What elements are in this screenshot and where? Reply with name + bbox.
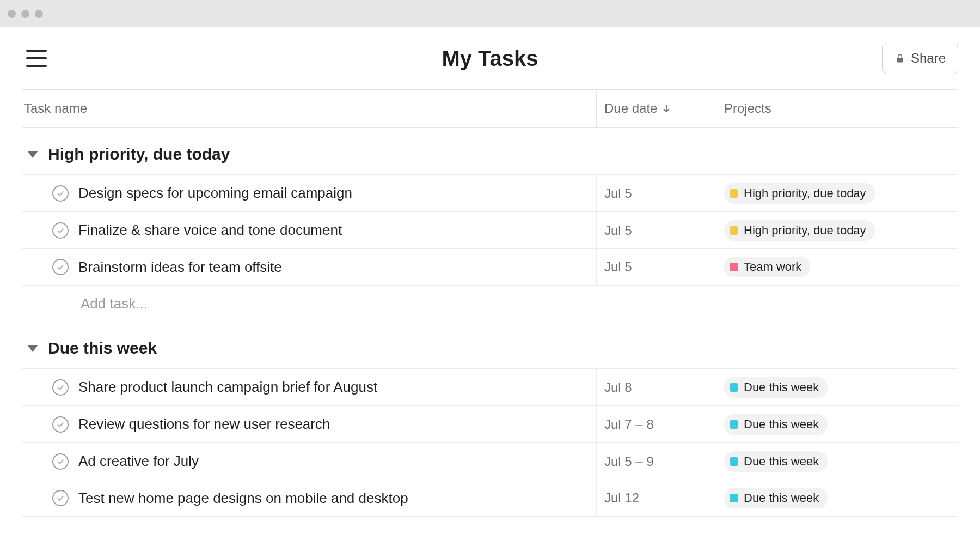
task-row[interactable]: Test new home page designs on mobile and…	[22, 480, 958, 517]
task-due-date: Jul 5 – 9	[604, 454, 654, 469]
section-header[interactable]: High priority, due today	[22, 128, 958, 174]
task-due-cell[interactable]: Jul 8	[596, 369, 716, 405]
task-name: Brainstorm ideas for team offsite	[78, 259, 282, 276]
task-due-date: Jul 8	[604, 380, 632, 395]
task-name-cell[interactable]: Test new home page designs on mobile and…	[22, 480, 596, 516]
task-row[interactable]: Finalize & share voice and tone document…	[22, 211, 958, 248]
project-color-dot	[730, 189, 738, 198]
column-headers: Task name Due date Projects	[22, 89, 958, 128]
project-pill[interactable]: Team work	[724, 257, 810, 277]
window-minimize-button[interactable]	[21, 10, 29, 18]
task-due-cell[interactable]: Jul 5	[596, 212, 716, 248]
task-name: Ad creative for July	[78, 453, 199, 470]
section-title: Due this week	[48, 339, 157, 357]
task-row-spacer	[904, 443, 958, 480]
task-name: Share product launch campaign brief for …	[78, 379, 377, 396]
task-name: Finalize & share voice and tone document	[78, 222, 342, 239]
task-due-date: Jul 7 – 8	[604, 417, 654, 432]
window-titlebar	[0, 0, 980, 27]
project-pill[interactable]: Due this week	[724, 451, 828, 472]
task-name-cell[interactable]: Review questions for new user research	[22, 406, 596, 442]
complete-checkbox[interactable]	[52, 379, 69, 396]
section-header[interactable]: Due this week	[22, 322, 958, 368]
complete-checkbox[interactable]	[52, 416, 69, 433]
task-row[interactable]: Design specs for upcoming email campaign…	[22, 174, 958, 211]
task-project-cell[interactable]: Team work	[716, 249, 904, 285]
project-label: Due this week	[744, 491, 819, 505]
complete-checkbox[interactable]	[52, 185, 69, 202]
chevron-down-icon[interactable]	[27, 151, 38, 158]
task-due-cell[interactable]: Jul 5	[596, 175, 716, 211]
project-color-dot	[730, 457, 738, 466]
lock-icon	[895, 52, 905, 64]
add-task-input[interactable]: Add task...	[22, 286, 958, 322]
project-pill[interactable]: Due this week	[724, 414, 828, 435]
task-due-cell[interactable]: Jul 12	[596, 480, 716, 516]
sort-descending-icon	[661, 104, 671, 113]
complete-checkbox[interactable]	[52, 453, 69, 470]
task-row-spacer	[904, 175, 958, 211]
task-project-cell[interactable]: Due this week	[716, 480, 904, 516]
task-row[interactable]: Ad creative for JulyJul 5 – 9Due this we…	[22, 442, 958, 480]
column-header-due-date[interactable]: Due date	[596, 90, 716, 127]
task-row[interactable]: Brainstorm ideas for team offsiteJul 5Te…	[22, 248, 958, 286]
project-pill[interactable]: Due this week	[724, 377, 828, 398]
chevron-down-icon[interactable]	[27, 345, 38, 352]
task-project-cell[interactable]: High priority, due today	[716, 212, 904, 248]
project-color-dot	[730, 383, 738, 392]
task-project-cell[interactable]: Due this week	[716, 369, 904, 405]
task-row-spacer	[904, 212, 958, 248]
task-name-cell[interactable]: Finalize & share voice and tone document	[22, 212, 596, 248]
share-button[interactable]: Share	[882, 43, 958, 74]
task-due-date: Jul 12	[604, 490, 639, 506]
window-close-button[interactable]	[8, 10, 16, 18]
project-label: High priority, due today	[744, 186, 866, 201]
task-name-cell[interactable]: Brainstorm ideas for team offsite	[22, 249, 596, 285]
share-button-label: Share	[911, 51, 946, 66]
column-header-label: Task name	[24, 101, 87, 116]
task-name: Design specs for upcoming email campaign	[78, 185, 352, 202]
task-name-cell[interactable]: Share product launch campaign brief for …	[22, 369, 596, 405]
task-name: Review questions for new user research	[78, 416, 330, 433]
project-label: Due this week	[744, 454, 819, 469]
column-header-spacer	[904, 90, 958, 127]
project-pill[interactable]: High priority, due today	[724, 183, 875, 204]
task-due-cell[interactable]: Jul 7 – 8	[596, 406, 716, 442]
project-color-dot	[730, 263, 738, 271]
project-label: Due this week	[744, 417, 819, 432]
project-label: Team work	[744, 260, 801, 274]
project-pill[interactable]: High priority, due today	[724, 220, 875, 241]
task-due-cell[interactable]: Jul 5	[596, 249, 716, 285]
task-row[interactable]: Review questions for new user researchJu…	[22, 405, 958, 442]
project-pill[interactable]: Due this week	[724, 488, 828, 508]
task-row-spacer	[904, 480, 958, 516]
complete-checkbox[interactable]	[52, 222, 69, 239]
menu-icon[interactable]	[26, 50, 47, 67]
column-header-projects[interactable]: Projects	[716, 90, 904, 127]
task-due-date: Jul 5	[604, 223, 632, 238]
task-name-cell[interactable]: Design specs for upcoming email campaign	[22, 175, 596, 211]
section-title: High priority, due today	[48, 145, 230, 163]
task-row[interactable]: Share product launch campaign brief for …	[22, 368, 958, 405]
complete-checkbox[interactable]	[52, 490, 69, 506]
task-name: Test new home page designs on mobile and…	[78, 490, 408, 507]
window-maximize-button[interactable]	[35, 10, 43, 18]
task-project-cell[interactable]: Due this week	[716, 406, 904, 442]
task-due-cell[interactable]: Jul 5 – 9	[596, 443, 716, 480]
project-color-dot	[730, 420, 738, 429]
svg-rect-0	[897, 58, 903, 62]
project-label: High priority, due today	[744, 223, 866, 238]
column-header-task-name[interactable]: Task name	[22, 90, 596, 127]
task-name-cell[interactable]: Ad creative for July	[22, 443, 596, 480]
page-title: My Tasks	[442, 46, 538, 71]
task-row-spacer	[904, 369, 958, 405]
complete-checkbox[interactable]	[52, 259, 69, 275]
task-due-date: Jul 5	[604, 259, 632, 275]
column-header-label: Projects	[724, 101, 771, 116]
task-project-cell[interactable]: Due this week	[716, 443, 904, 480]
project-color-dot	[730, 494, 738, 502]
page-header: My Tasks Share	[0, 27, 980, 89]
task-project-cell[interactable]: High priority, due today	[716, 175, 904, 211]
column-header-label: Due date	[604, 101, 657, 116]
task-due-date: Jul 5	[604, 186, 632, 201]
